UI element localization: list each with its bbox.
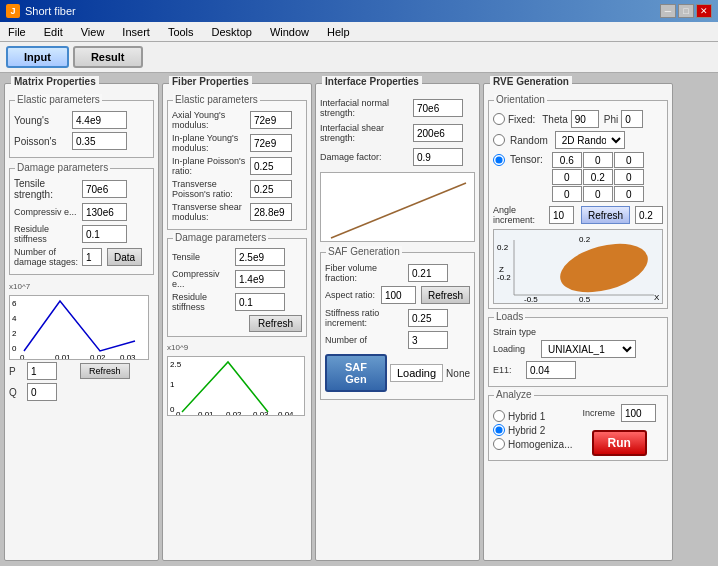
refresh-value-input[interactable] [635, 206, 663, 224]
tensile-strength-input[interactable] [82, 180, 127, 198]
svg-text:6: 6 [12, 299, 17, 308]
menu-desktop[interactable]: Desktop [208, 25, 256, 39]
input-tab-button[interactable]: Input [6, 46, 69, 68]
random-type-dropdown[interactable]: 2D Random [555, 131, 625, 149]
inplane-poissons-input[interactable] [250, 157, 292, 175]
e11-label: E11: [493, 365, 523, 375]
menu-insert[interactable]: Insert [118, 25, 154, 39]
fiber-damage-title: Damage parameters [173, 232, 268, 243]
num-damage-input[interactable] [82, 248, 102, 266]
orientation-3d-svg: Z X 0.5 0.2 0.2 -0.2 -0.5 [494, 230, 663, 304]
hybrid1-radio[interactable] [493, 410, 505, 422]
tensor-01[interactable] [583, 152, 613, 168]
aspect-ratio-refresh-button[interactable]: Refresh [421, 286, 470, 304]
fiber-residule-input[interactable] [235, 293, 285, 311]
svg-text:0.2: 0.2 [497, 243, 509, 252]
maximize-button[interactable]: □ [678, 4, 694, 18]
interface-chart [320, 172, 475, 242]
menu-file[interactable]: File [4, 25, 30, 39]
hybrid2-label: Hybrid 2 [508, 425, 545, 436]
svg-text:0: 0 [20, 353, 25, 360]
tensor-10[interactable] [552, 169, 582, 185]
residule-input[interactable] [82, 225, 127, 243]
minimize-button[interactable]: ─ [660, 4, 676, 18]
tensor-00[interactable] [552, 152, 582, 168]
fiber-refresh-button[interactable]: Refresh [249, 315, 302, 332]
number-of-input[interactable] [408, 331, 448, 349]
menu-bar: File Edit View Insert Tools Desktop Wind… [0, 22, 718, 42]
loading-status: Loading [390, 364, 443, 382]
rve-generation-panel: RVE Generation Orientation Fixed: Theta … [483, 83, 673, 561]
menu-view[interactable]: View [77, 25, 109, 39]
transverse-poissons-input[interactable] [250, 180, 292, 198]
shear-strength-input[interactable] [413, 124, 463, 142]
chart-q-input[interactable] [27, 383, 57, 401]
inplane-youngs-label: In-plane Young's modulus: [172, 133, 247, 153]
svg-text:0: 0 [176, 410, 181, 416]
svg-text:0.02: 0.02 [90, 353, 106, 360]
fiber-volume-input[interactable] [408, 264, 448, 282]
random-radio[interactable] [493, 134, 505, 146]
tensor-22[interactable] [614, 186, 644, 202]
transverse-shear-input[interactable] [250, 203, 292, 221]
rve-generation-title: RVE Generation [490, 76, 572, 87]
angle-increment-input[interactable] [549, 206, 574, 224]
matrix-refresh-button[interactable]: Refresh [80, 363, 130, 379]
increment-input[interactable] [621, 404, 656, 422]
fiber-elastic-panel: Elastic parameters Axial Young's modulus… [167, 100, 307, 230]
phi-input[interactable] [621, 110, 643, 128]
damage-params-panel: Damage parameters Tensile strength: Comp… [9, 168, 154, 275]
shear-strength-label: Interfacial shear strength: [320, 123, 410, 143]
fiber-tensile-input[interactable] [235, 248, 285, 266]
tensor-12[interactable] [614, 169, 644, 185]
poissons-input[interactable] [72, 132, 127, 150]
svg-text:0.03: 0.03 [120, 353, 136, 360]
normal-strength-label: Interfacial normal strength: [320, 98, 410, 118]
window-title: Short fiber [25, 5, 76, 17]
menu-help[interactable]: Help [323, 25, 354, 39]
aspect-ratio-input[interactable] [381, 286, 416, 304]
compressive-input[interactable] [82, 203, 127, 221]
tensor-11[interactable] [583, 169, 613, 185]
tensor-21[interactable] [583, 186, 613, 202]
hybrid2-radio[interactable] [493, 424, 505, 436]
svg-text:0.2: 0.2 [579, 235, 591, 244]
normal-strength-input[interactable] [413, 99, 463, 117]
safgen-button[interactable]: SAF Gen [325, 354, 387, 392]
saf-gen-title: SAF Generation [326, 246, 402, 257]
loading-dropdown[interactable]: UNIAXIAL_1 [541, 340, 636, 358]
e11-input[interactable] [526, 361, 576, 379]
rve-refresh-button[interactable]: Refresh [581, 206, 630, 224]
damage-factor-input[interactable] [413, 148, 463, 166]
close-button[interactable]: ✕ [696, 4, 712, 18]
youngs-input[interactable] [72, 111, 127, 129]
run-button[interactable]: Run [592, 430, 647, 456]
menu-tools[interactable]: Tools [164, 25, 198, 39]
svg-text:0.01: 0.01 [55, 353, 71, 360]
chart-q-label: Q [9, 387, 24, 398]
menu-edit[interactable]: Edit [40, 25, 67, 39]
tensor-02[interactable] [614, 152, 644, 168]
elastic-params-panel: Elastic parameters Young's Poisson's [9, 100, 154, 158]
inplane-youngs-input[interactable] [250, 134, 292, 152]
menu-window[interactable]: Window [266, 25, 313, 39]
svg-text:-0.2: -0.2 [497, 273, 511, 282]
result-tab-button[interactable]: Result [73, 46, 143, 68]
fixed-radio[interactable] [493, 113, 505, 125]
svg-text:0.04: 0.04 [278, 410, 294, 416]
chart-p-input[interactable] [27, 362, 57, 380]
homogeniza-radio[interactable] [493, 438, 505, 450]
toolbar: Input Result [0, 42, 718, 73]
theta-label: Theta [542, 114, 568, 125]
fiber-compressive-input[interactable] [235, 270, 285, 288]
theta-input[interactable] [571, 110, 599, 128]
tensor-20[interactable] [552, 186, 582, 202]
residule-label: Residule stiffness [14, 224, 79, 244]
stiffness-ratio-input[interactable] [408, 309, 448, 327]
tensor-radio[interactable] [493, 154, 505, 166]
axial-youngs-input[interactable] [250, 111, 292, 129]
data-button[interactable]: Data [107, 248, 142, 266]
orientation-panel: Orientation Fixed: Theta Phi Random 2D R… [488, 100, 668, 309]
fiber-compressive-label: Compressiv e... [172, 269, 232, 289]
inplane-poissons-label: In-plane Poisson's ratio: [172, 156, 247, 176]
